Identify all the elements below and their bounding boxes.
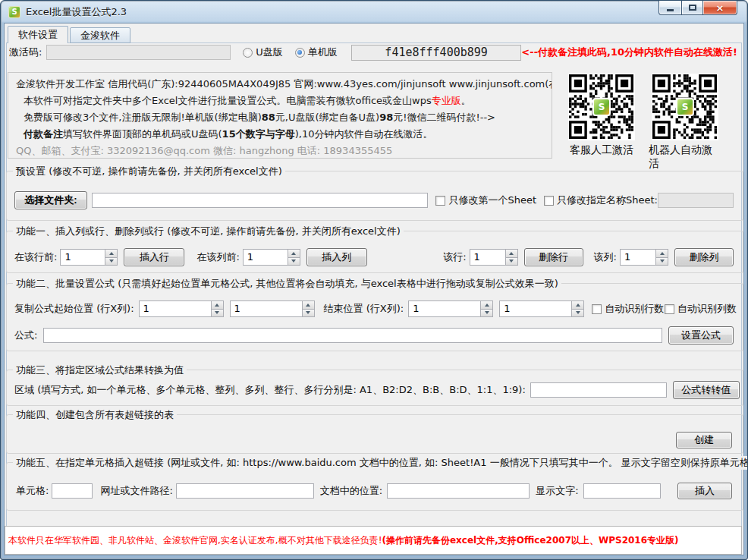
spin-up-button[interactable] bbox=[288, 250, 300, 257]
spinner-value[interactable]: 1 bbox=[500, 301, 571, 316]
end-row-spinner[interactable]: 1 bbox=[408, 300, 493, 317]
qr-center-logo-icon: S bbox=[676, 98, 694, 116]
func1-group-title: 功能一、插入列或行、删除列或行 (修改不可逆, 操作前请先备份, 并关闭所有ex… bbox=[13, 225, 404, 238]
spin-up-button[interactable] bbox=[481, 301, 492, 309]
spinner-value[interactable]: 1 bbox=[244, 250, 288, 265]
spin-up-button[interactable] bbox=[303, 301, 314, 309]
checkbox-icon bbox=[665, 304, 674, 314]
radio-standalone-label: 单机版 bbox=[308, 46, 338, 59]
info-line-1: 金浚软件开发工作室 信用代码(广东):92440605MA4X049J85 官网… bbox=[16, 76, 544, 93]
spinner-value[interactable]: 1 bbox=[61, 250, 105, 265]
choose-folder-button[interactable]: 选择文件夹: bbox=[14, 191, 87, 209]
preset-group: 预设置 (修改不可逆, 操作前请先备份, 并关闭所有excel文件) 选择文件夹… bbox=[6, 171, 743, 221]
checkbox-auto-rows[interactable]: 自动识别行数 bbox=[592, 302, 664, 316]
spin-up-button[interactable] bbox=[212, 301, 223, 309]
activation-code-input[interactable] bbox=[46, 45, 231, 60]
arrow-down-icon bbox=[306, 311, 310, 316]
checkbox-auto-cols[interactable]: 自动识别列数 bbox=[665, 302, 737, 316]
tab-jinjun-software[interactable]: 金浚软件 bbox=[70, 27, 130, 43]
maximize-button[interactable] bbox=[681, 1, 703, 15]
formula-input[interactable] bbox=[43, 328, 662, 343]
end-col-spinner[interactable]: 1 bbox=[499, 300, 584, 317]
qr-robot-activation-icon: S bbox=[652, 74, 718, 140]
qr-robot-activation-label: 机器人自动激活 bbox=[649, 143, 721, 171]
checkbox-named-sheet-label: 只修改指定名称Sheet: bbox=[557, 193, 658, 207]
arrow-down-icon bbox=[485, 311, 489, 316]
minimize-button[interactable] bbox=[658, 1, 681, 15]
arrow-down-icon bbox=[291, 260, 296, 265]
spinner-value[interactable]: 1 bbox=[409, 301, 480, 316]
qr-robot-activation-block: S 机器人自动激活 bbox=[649, 74, 721, 171]
qr-center-logo-icon: S bbox=[592, 98, 611, 116]
client-area: 软件设置 金浚软件 激活码: U盘版 单机版 f41e8fff400b899 <… bbox=[4, 23, 744, 555]
func1-group: 功能一、插入列或行、删除列或行 (修改不可逆, 操作前请先备份, 并关闭所有ex… bbox=[6, 231, 743, 273]
spin-down-button[interactable] bbox=[105, 257, 117, 266]
spinner-value[interactable]: 1 bbox=[621, 250, 655, 265]
folder-path-input[interactable] bbox=[92, 193, 429, 208]
spin-up-button[interactable] bbox=[572, 301, 583, 309]
arrow-up-icon bbox=[509, 250, 514, 255]
arrow-up-icon bbox=[485, 301, 489, 307]
display-text-input[interactable] bbox=[583, 483, 661, 499]
footer-notice-bold: (操作前请先备份excel文件,支持Office2007以上、WPS2016专业… bbox=[382, 534, 678, 547]
convert-formula-button[interactable]: 公式转转值 bbox=[673, 381, 740, 399]
spin-up-button[interactable] bbox=[506, 250, 517, 257]
info-line-3: 免费版可修改3个文件,注册版无限制!单机版(绑定电脑)88元,U盘版(绑定自备U… bbox=[16, 109, 544, 126]
spinner-value[interactable]: 1 bbox=[470, 250, 505, 265]
info-line-4: 付款备注填写软件界面顶部的单机码或U盘码(15个数字与字母),10分钟内软件自动… bbox=[16, 126, 544, 143]
tab-software-settings[interactable]: 软件设置 bbox=[8, 26, 68, 43]
set-formula-button[interactable]: 设置公式 bbox=[668, 326, 734, 344]
arrow-down-icon bbox=[215, 311, 219, 316]
spin-up-button[interactable] bbox=[105, 250, 117, 257]
arrow-down-icon bbox=[660, 260, 665, 265]
checkbox-auto-cols-label: 自动识别列数 bbox=[677, 302, 737, 316]
activation-label: 激活码: bbox=[9, 46, 42, 59]
spinner-value[interactable]: 1 bbox=[231, 301, 302, 316]
maximize-icon bbox=[689, 5, 696, 11]
spin-down-button[interactable] bbox=[572, 309, 583, 317]
insert-row-button[interactable]: 插入行 bbox=[124, 248, 184, 266]
machine-code-box[interactable]: f41e8fff400b899 bbox=[351, 45, 522, 61]
radio-standalone-version[interactable]: 单机版 bbox=[295, 46, 338, 59]
radio-unselected-icon bbox=[243, 48, 253, 58]
start-col-spinner[interactable]: 1 bbox=[230, 300, 315, 317]
start-row-spinner[interactable]: 1 bbox=[139, 300, 224, 317]
insert-col-button[interactable]: 插入列 bbox=[306, 248, 367, 266]
url-input[interactable] bbox=[176, 483, 314, 499]
spin-down-button[interactable] bbox=[303, 309, 314, 317]
radio-udisk-label: U盘版 bbox=[256, 46, 283, 59]
row-spinner[interactable]: 1 bbox=[470, 249, 518, 266]
checkbox-named-sheet[interactable]: 只修改指定名称Sheet: bbox=[544, 193, 658, 207]
arrow-down-icon bbox=[576, 311, 580, 316]
delete-col-button[interactable]: 删除列 bbox=[674, 248, 734, 266]
close-button[interactable]: × bbox=[703, 1, 737, 15]
spin-down-button[interactable] bbox=[212, 309, 223, 317]
delete-row-button[interactable]: 删除行 bbox=[524, 248, 583, 266]
checkbox-icon bbox=[435, 196, 445, 206]
window-title: Excel批量设置公式2.3 bbox=[26, 5, 127, 19]
doc-position-input[interactable] bbox=[387, 483, 530, 499]
func4-group-title: 功能四、创建包含所有表超链接的表 bbox=[13, 408, 177, 422]
checkbox-first-sheet-label: 只修改第一个Sheet bbox=[448, 193, 536, 207]
titlebar[interactable]: S Excel批量设置公式2.3 × bbox=[1, 1, 747, 23]
spin-up-button[interactable] bbox=[656, 250, 668, 257]
arrow-up-icon bbox=[660, 250, 665, 255]
spin-down-button[interactable] bbox=[656, 257, 668, 266]
spin-down-button[interactable] bbox=[481, 309, 492, 317]
info-line-contact: QQ、邮箱、支付宝: 332092136@qq.com 微信: hangzhon… bbox=[16, 143, 544, 159]
before-col-spinner[interactable]: 1 bbox=[243, 249, 300, 266]
spinner-value[interactable]: 1 bbox=[140, 301, 211, 316]
sheet-name-input[interactable] bbox=[658, 193, 734, 208]
range-input[interactable] bbox=[530, 382, 667, 398]
radio-udisk-version[interactable]: U盘版 bbox=[243, 46, 283, 59]
col-spinner[interactable]: 1 bbox=[620, 249, 668, 266]
before-row-spinner[interactable]: 1 bbox=[60, 249, 118, 266]
activation-row: 激活码: U盘版 单机版 f41e8fff400b899 <--付款备注填此码,… bbox=[9, 43, 737, 61]
insert-button[interactable]: 插入 bbox=[677, 483, 732, 499]
cell-input[interactable] bbox=[52, 483, 93, 499]
checkbox-first-sheet[interactable]: 只修改第一个Sheet bbox=[435, 193, 536, 207]
spin-down-button[interactable] bbox=[288, 257, 300, 266]
footer-notice: 本软件只在华军软件园、非凡软件站、金浚软件官网,实名认证发布,概不对其他下载途径… bbox=[5, 526, 742, 555]
create-button[interactable]: 创建 bbox=[676, 432, 732, 448]
spin-down-button[interactable] bbox=[506, 257, 517, 266]
